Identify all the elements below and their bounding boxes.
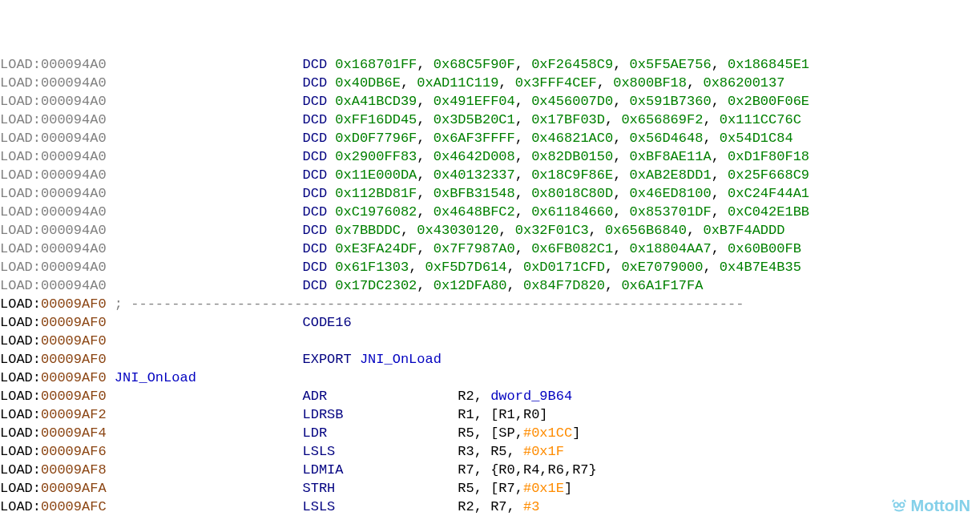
data-value: 0xC042E1BB — [728, 204, 809, 220]
mnemonic: DCD — [302, 204, 327, 220]
address: 000094A0 — [41, 57, 107, 72]
data-value: 0x56D4648 — [630, 131, 704, 146]
data-value: 0x7BBDDC — [335, 223, 401, 238]
code-line[interactable]: LOAD:000094A0 DCD 0x40DB6E, 0xAD11C119, … — [0, 74, 980, 92]
mnemonic: DCD — [302, 241, 327, 256]
code-line[interactable]: LOAD:00009AFA STRH R5, [R7,#0x1E] — [0, 479, 980, 498]
data-value: 0x6FB082C1 — [531, 241, 613, 256]
segment-name: LOAD — [0, 407, 33, 422]
data-value: 0x40DB6E — [335, 75, 401, 91]
mnemonic: DCD — [302, 278, 327, 293]
data-value: 0x186845E1 — [728, 57, 809, 72]
address: 00009AF0 — [41, 296, 107, 312]
mnemonic: DCD — [302, 131, 327, 146]
data-value: 0x46ED8100 — [630, 186, 712, 201]
data-value: 0x84F7D820 — [523, 278, 605, 293]
code-line[interactable]: LOAD:000094A0 DCD 0x2900FF83, 0x4642D008… — [0, 147, 980, 166]
code-line[interactable]: LOAD:000094A0 DCD 0x168701FF, 0x68C5F90F… — [0, 55, 980, 74]
data-value: 0x853701DF — [630, 204, 712, 220]
code-line[interactable]: LOAD:000094A0 DCD 0xA41BCD39, 0x491EFF04… — [0, 92, 980, 111]
data-value: 0x17BF03D — [531, 112, 605, 127]
code-line[interactable]: LOAD:000094A0 DCD 0x17DC2302, 0x12DFA80,… — [0, 276, 980, 295]
immediate-value: #0x1CC — [523, 425, 572, 441]
segment-name: LOAD — [0, 333, 33, 349]
data-value: 0xF26458C9 — [531, 57, 613, 72]
code-line[interactable]: LOAD:000094A0 DCD 0x112BD81F, 0xBFB31548… — [0, 184, 980, 203]
immediate-value: #0x1F — [523, 444, 564, 459]
address: 000094A0 — [41, 131, 107, 146]
data-value: 0x800BF18 — [613, 75, 687, 91]
address: 000094A0 — [41, 149, 107, 164]
mnemonic: STRH — [302, 481, 335, 496]
code-line[interactable]: LOAD:00009AFE SSAT.W R0, #0x16, R0,ASR#1 — [0, 516, 980, 520]
data-value: 0x3FFF4CEF — [515, 75, 597, 91]
address: 00009AF4 — [41, 425, 107, 441]
code-line[interactable]: LOAD:000094A0 DCD 0x7BBDDC, 0x43030120, … — [0, 221, 980, 240]
data-value: 0xD0171CFD — [523, 260, 605, 275]
segment-name: LOAD — [0, 149, 33, 164]
data-value: 0x82DB0150 — [531, 149, 613, 164]
data-value: 0x4642D008 — [434, 149, 515, 164]
segment-name: LOAD — [0, 186, 33, 201]
code-line[interactable]: LOAD:00009AF6 LSLS R3, R5, #0x1F — [0, 442, 980, 461]
segment-name: LOAD — [0, 278, 33, 293]
directive: EXPORT — [302, 352, 351, 367]
code-line[interactable]: LOAD:000094A0 DCD 0x11E000DA, 0x40132337… — [0, 166, 980, 184]
segment-name: LOAD — [0, 241, 33, 256]
code-line[interactable]: LOAD:000094A0 DCD 0xFF16DD45, 0x3D5B20C1… — [0, 111, 980, 129]
segment-name: LOAD — [0, 57, 33, 72]
code-line[interactable]: LOAD:000094A0 DCD 0xE3FA24DF, 0x7F7987A0… — [0, 240, 980, 258]
address: 00009AF0 — [41, 389, 107, 404]
address: 000094A0 — [41, 241, 107, 256]
code-line[interactable]: LOAD:00009AF0 ; ------------------------… — [0, 295, 980, 313]
data-value: 0xBFB31548 — [434, 186, 515, 201]
code-line[interactable]: LOAD:00009AFC LSLS R2, R7, #3 — [0, 498, 980, 516]
data-value: 0x60B00FB — [728, 241, 801, 256]
svg-point-1 — [899, 502, 904, 507]
mnemonic: DCD — [302, 75, 327, 91]
address: 00009AF0 — [41, 333, 107, 349]
code-line[interactable]: LOAD:00009AF4 LDR R5, [SP,#0x1CC] — [0, 424, 980, 442]
code-line[interactable]: LOAD:000094A0 DCD 0xC1976082, 0x4648BFC2… — [0, 203, 980, 221]
mnemonic: ADR — [302, 389, 327, 404]
address: 00009AF2 — [41, 407, 107, 422]
code-line[interactable]: LOAD:00009AF0 — [0, 332, 980, 350]
code-line[interactable]: LOAD:000094A0 DCD 0xD0F7796F, 0x6AF3FFFF… — [0, 129, 980, 147]
immediate-value: #3 — [523, 499, 539, 514]
segment-name: LOAD — [0, 352, 33, 367]
data-value: 0x25F668C9 — [728, 167, 809, 183]
code-line[interactable]: LOAD:00009AF0 EXPORT JNI_OnLoad — [0, 350, 980, 369]
code-line[interactable]: LOAD:00009AF0 CODE16 — [0, 313, 980, 332]
mnemonic: LSLS — [302, 499, 335, 514]
segment-name: LOAD — [0, 296, 33, 312]
code-line[interactable]: LOAD:00009AF0 ADR R2, dword_9B64 — [0, 387, 980, 405]
segment-name: LOAD — [0, 223, 33, 238]
data-value: 0x6AF3FFFF — [434, 131, 515, 146]
address: 000094A0 — [41, 204, 107, 220]
segment-name: LOAD — [0, 131, 33, 146]
segment-name: LOAD — [0, 481, 33, 496]
mnemonic: DCD — [302, 260, 327, 275]
data-value: 0x2B00F06E — [728, 94, 809, 109]
segment-name: LOAD — [0, 370, 33, 385]
code-line[interactable]: LOAD:00009AF2 LDRSB R1, [R1,R0] — [0, 405, 980, 424]
data-value: 0x40132337 — [434, 167, 515, 183]
data-value: 0x656B6840 — [605, 223, 687, 238]
svg-point-0 — [893, 502, 898, 507]
data-value: 0x112BD81F — [335, 186, 417, 201]
comment-marker: ; — [115, 296, 131, 312]
segment-name: LOAD — [0, 112, 33, 127]
code-line[interactable]: LOAD:00009AF0 JNI_OnLoad — [0, 369, 980, 387]
operand-text: R2, — [458, 389, 490, 404]
address: 000094A0 — [41, 260, 107, 275]
export-symbol: JNI_OnLoad — [360, 352, 442, 367]
data-value: 0x18C9F86E — [531, 167, 613, 183]
data-value: 0x2900FF83 — [335, 149, 417, 164]
code-line[interactable]: LOAD:000094A0 DCD 0x61F1303, 0xF5D7D614,… — [0, 258, 980, 276]
operand-text: ] — [572, 425, 580, 441]
code-line[interactable]: LOAD:00009AF8 LDMIA R7, {R0,R4,R6,R7} — [0, 461, 980, 479]
data-value: 0xA41BCD39 — [335, 94, 417, 109]
address: 00009AF0 — [41, 315, 107, 330]
segment-name: LOAD — [0, 204, 33, 220]
data-value: 0x61F1303 — [335, 260, 409, 275]
